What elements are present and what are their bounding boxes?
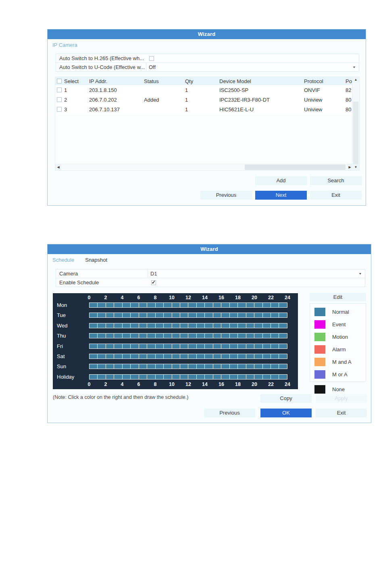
schedule-cell[interactable] <box>205 313 212 317</box>
color-swatch[interactable] <box>314 345 325 354</box>
schedule-cell[interactable] <box>114 313 122 317</box>
schedule-bar[interactable] <box>89 374 287 379</box>
schedule-cell[interactable] <box>98 375 105 379</box>
legend-item-m-and-a[interactable]: M and A <box>314 356 366 368</box>
schedule-cell[interactable] <box>221 344 229 348</box>
schedule-cell[interactable] <box>156 344 163 348</box>
schedule-cell[interactable] <box>271 334 279 338</box>
schedule-cell[interactable] <box>156 375 163 379</box>
schedule-cell[interactable] <box>238 354 246 359</box>
schedule-bar[interactable] <box>89 354 287 359</box>
schedule-cell[interactable] <box>213 323 221 328</box>
schedule-cell[interactable] <box>180 303 188 307</box>
schedule-cell[interactable] <box>172 334 180 338</box>
schedule-bar[interactable] <box>89 364 287 369</box>
schedule-cell[interactable] <box>147 323 155 328</box>
schedule-cell[interactable] <box>98 334 105 338</box>
schedule-bar[interactable] <box>89 333 287 338</box>
schedule-cell[interactable] <box>106 344 114 348</box>
schedule-cell[interactable] <box>131 354 138 359</box>
schedule-cell[interactable] <box>106 303 114 307</box>
ok-button[interactable]: OK <box>260 409 312 417</box>
schedule-cell[interactable] <box>164 344 171 348</box>
schedule-cell[interactable] <box>106 364 114 369</box>
schedule-cell[interactable] <box>114 344 122 348</box>
schedule-cell[interactable] <box>263 364 271 369</box>
schedule-cell[interactable] <box>230 354 237 359</box>
schedule-cell[interactable] <box>123 375 130 379</box>
schedule-cell[interactable] <box>139 313 147 317</box>
schedule-cell[interactable] <box>254 344 262 348</box>
schedule-cell[interactable] <box>263 375 271 379</box>
schedule-cell[interactable] <box>263 334 271 338</box>
schedule-cell[interactable] <box>106 334 114 338</box>
schedule-cell[interactable] <box>188 323 196 328</box>
schedule-cell[interactable] <box>156 303 163 307</box>
camera-select[interactable]: D1 ▼ <box>148 269 365 278</box>
schedule-cell[interactable] <box>213 344 221 348</box>
schedule-cell[interactable] <box>197 375 204 379</box>
row-checkbox[interactable] <box>57 97 62 102</box>
next-button[interactable]: Next <box>255 191 307 200</box>
schedule-cell[interactable] <box>180 313 188 317</box>
schedule-cell[interactable] <box>221 375 229 379</box>
schedule-cell[interactable] <box>156 334 163 338</box>
schedule-cell[interactable] <box>213 375 221 379</box>
schedule-cell[interactable] <box>246 364 254 369</box>
schedule-cell[interactable] <box>279 364 287 369</box>
schedule-cell[interactable] <box>238 323 246 328</box>
schedule-cell[interactable] <box>139 334 147 338</box>
schedule-cell[interactable] <box>254 364 262 369</box>
schedule-cell[interactable] <box>197 364 204 369</box>
schedule-cell[interactable] <box>114 375 122 379</box>
schedule-cell[interactable] <box>254 354 262 359</box>
schedule-cell[interactable] <box>90 354 97 359</box>
chevron-down-icon[interactable]: ▼ <box>358 272 362 275</box>
schedule-cell[interactable] <box>246 375 254 379</box>
schedule-cell[interactable] <box>139 303 147 307</box>
previous-button[interactable]: Previous <box>204 409 255 417</box>
schedule-cell[interactable] <box>205 375 212 379</box>
schedule-cell[interactable] <box>147 334 155 338</box>
schedule-cell[interactable] <box>279 344 287 348</box>
schedule-cell[interactable] <box>188 334 196 338</box>
schedule-cell[interactable] <box>164 334 171 338</box>
schedule-cell[interactable] <box>271 364 279 369</box>
schedule-cell[interactable] <box>188 313 196 317</box>
schedule-cell[interactable] <box>139 323 147 328</box>
schedule-cell[interactable] <box>238 313 246 317</box>
select-all-checkbox[interactable] <box>57 79 62 83</box>
schedule-bar[interactable] <box>89 344 287 349</box>
table-row[interactable]: 3 206.7.10.137 1 HIC5621E-L-U Uniview 80 <box>55 104 359 114</box>
schedule-cell[interactable] <box>131 303 138 307</box>
schedule-bar[interactable] <box>89 323 287 328</box>
schedule-cell[interactable] <box>221 364 229 369</box>
schedule-cell[interactable] <box>221 334 229 338</box>
schedule-cell[interactable] <box>205 344 212 348</box>
schedule-cell[interactable] <box>254 375 262 379</box>
schedule-cell[interactable] <box>230 303 237 307</box>
copy-button[interactable]: Copy <box>260 394 312 403</box>
schedule-bar[interactable] <box>89 313 287 318</box>
schedule-cell[interactable] <box>147 375 155 379</box>
schedule-cell[interactable] <box>271 354 279 359</box>
schedule-cell[interactable] <box>164 323 171 328</box>
exit-button[interactable]: Exit <box>310 191 362 200</box>
chevron-down-icon[interactable]: ▼ <box>352 66 356 69</box>
schedule-cell[interactable] <box>114 303 122 307</box>
schedule-cell[interactable] <box>156 354 163 359</box>
scroll-right-icon[interactable]: ▶ <box>347 164 353 170</box>
schedule-cell[interactable] <box>263 354 271 359</box>
schedule-cell[interactable] <box>172 375 180 379</box>
schedule-cell[interactable] <box>279 354 287 359</box>
schedule-cell[interactable] <box>205 364 212 369</box>
schedule-cell[interactable] <box>221 313 229 317</box>
enable-schedule-checkbox[interactable] <box>151 280 156 285</box>
color-swatch[interactable] <box>314 320 325 329</box>
schedule-cell[interactable] <box>238 334 246 338</box>
edit-button[interactable]: Edit <box>310 293 366 301</box>
schedule-cell[interactable] <box>172 323 180 328</box>
schedule-cell[interactable] <box>230 313 237 317</box>
schedule-cell[interactable] <box>131 375 138 379</box>
schedule-cell[interactable] <box>90 313 97 317</box>
